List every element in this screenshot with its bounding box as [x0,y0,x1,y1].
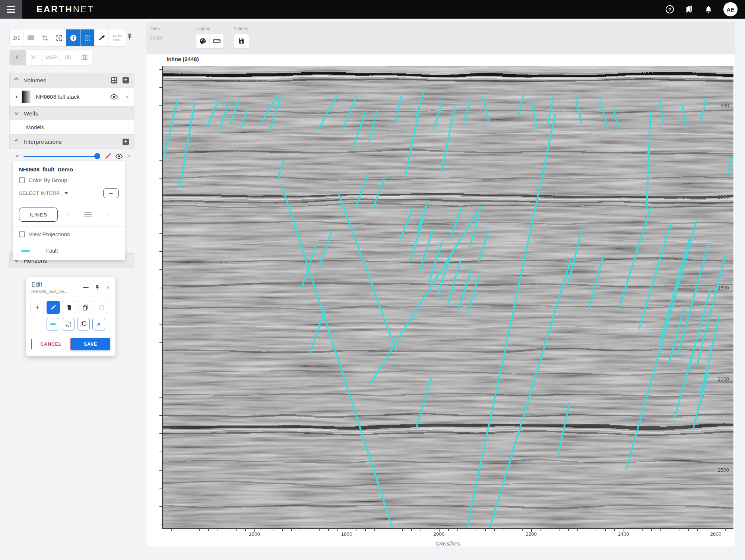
x-axis-tick [596,528,596,531]
y-axis-tick [159,361,162,361]
expand-icon[interactable] [16,154,19,157]
prev-line-button[interactable]: ‹ [61,212,76,218]
y-axis-tick [159,488,162,489]
notifications-icon[interactable] [704,5,713,14]
y-axis-tick [159,142,162,143]
x-axis-tick [328,528,329,531]
interpretations-section-header[interactable]: Interpretations [9,134,134,149]
copy-button[interactable] [79,301,92,314]
line-style-button[interactable] [47,318,59,330]
volumes-add-icon[interactable] [123,77,129,83]
visibility-icon[interactable] [115,154,123,159]
x-axis-tick [707,528,707,531]
expand-icon[interactable] [15,95,18,98]
x-axis-tick [540,528,541,531]
add-fault-button[interactable]: + [31,301,44,314]
paste-button[interactable] [95,301,108,314]
pin-toolbar-icon[interactable] [126,33,133,40]
x-axis-tick [660,528,661,531]
models-section-header[interactable]: Models [9,120,134,134]
x-axis-tick-label: 1600 [249,531,260,537]
save-view-button[interactable] [234,34,249,48]
crop-button[interactable] [38,29,52,46]
scalebar-legend-button[interactable] [210,34,224,48]
object-select-icon [80,321,86,327]
x-axis-tick [697,528,698,531]
visibility-icon[interactable] [110,94,118,100]
swatch-button[interactable] [24,29,38,46]
volumes-section-header[interactable]: Volumes [9,73,134,88]
auto-res-button[interactable]: AUTO RES. [109,29,126,46]
clear-selection-button[interactable]: × [92,318,105,330]
aspect-ratio-button[interactable]: 2/1 [10,29,24,46]
view-tab-3d[interactable]: 3D [60,50,76,65]
user-avatar[interactable]: AE [723,2,738,16]
info-toggle-button[interactable] [66,29,80,46]
x-axis-tick [504,528,504,531]
x-axis-tick-label: 1800 [341,531,352,537]
ilines-input[interactable] [149,34,186,44]
volumes-grid-icon[interactable] [111,77,117,83]
y-axis-tick [159,215,162,215]
wells-section-header[interactable]: Wells [9,106,134,120]
help-icon[interactable]: ? [665,5,674,14]
y-axis-tick [159,69,162,70]
close-dialog-icon[interactable]: × [106,284,110,291]
next-line-button[interactable]: › [100,212,115,218]
x-axis-tick [448,528,449,531]
logo-light: NET [73,4,94,14]
draw-fault-button[interactable] [47,301,60,314]
view-tab-il[interactable]: IL [10,50,26,65]
ilines-mode-button[interactable]: ILINES [19,208,58,222]
view-tab-xl[interactable]: XL [26,50,42,65]
y-axis-tick [159,288,162,288]
grid-points-toggle-button[interactable] [80,29,95,46]
y-axis-tick [159,506,162,507]
y-axis-tick [159,105,162,106]
edit-pencil-icon[interactable] [105,153,111,159]
x-axis-tick [633,528,634,531]
interpretations-add-icon[interactable] [123,139,129,145]
remove-volume-icon[interactable]: × [125,94,129,100]
slider-knob[interactable] [94,153,100,159]
y-axis-tick [159,197,162,197]
save-button[interactable]: SAVE [71,338,110,350]
x-axis-tick [319,528,320,531]
bookmark-icon[interactable] [685,5,694,14]
select-interp-dropdown[interactable]: SELECT INTERP. [19,190,61,196]
view-tab-map[interactable]: MAP [42,50,60,65]
picker-button[interactable] [95,29,109,46]
opacity-slider[interactable] [23,156,99,157]
x-axis-tick [337,528,338,531]
legend-item-fault: Fault [19,242,119,260]
hamburger-menu-button[interactable] [0,0,22,19]
grid-snap-button[interactable] [52,29,66,46]
chevron-down-icon [64,192,68,194]
seismic-plot[interactable]: 5001000150020002500 16001800200022002400… [162,66,733,529]
x-axis-tick [642,528,643,531]
minimize-dialog-icon[interactable]: — [83,284,88,290]
x-axis-tick [365,528,366,531]
select-region-button[interactable] [62,318,74,330]
pin-dialog-icon[interactable] [94,284,100,290]
x-axis-tick [245,528,246,531]
collapse-icon [14,139,18,143]
x-axis-tick [208,528,209,531]
x-axis-tick [605,528,606,531]
y-axis-tick [159,306,162,307]
map-view-button[interactable] [76,50,93,65]
x-axis-tick [587,528,587,531]
view-projections-option[interactable]: View Projections [19,227,119,242]
collapse-card-button[interactable]: – [103,188,119,198]
color-by-group-option[interactable]: Color By Group [19,177,119,183]
cancel-button[interactable]: CANCEL [31,338,71,350]
line-list-button[interactable] [84,212,92,217]
select-object-button[interactable] [77,318,90,330]
remove-interpretation-icon[interactable]: × [127,153,131,159]
color-by-group-checkbox[interactable] [19,177,25,183]
delete-fault-button[interactable] [63,301,76,314]
volume-item[interactable]: NH0608 full stack × [9,88,134,106]
view-projections-checkbox[interactable] [19,231,25,237]
seismic-image[interactable] [162,66,733,528]
colorbar-legend-button[interactable] [196,34,210,48]
